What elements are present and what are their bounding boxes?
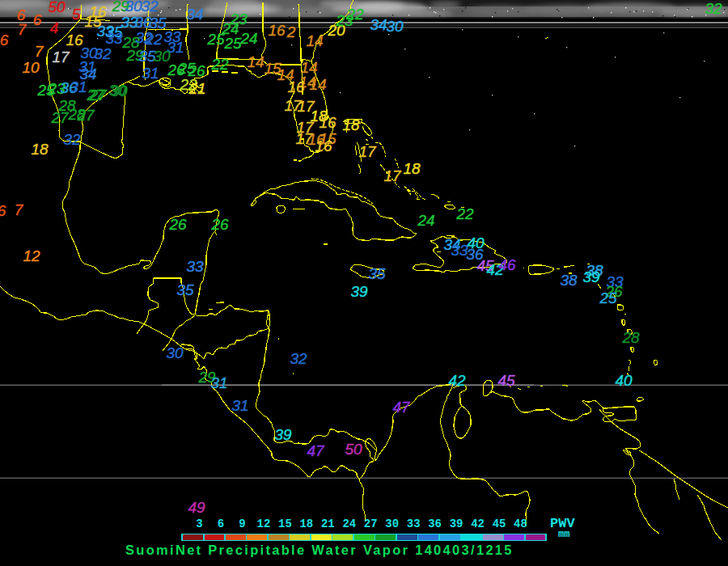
svg-text:27: 27 bbox=[88, 87, 108, 103]
svg-text:35: 35 bbox=[176, 281, 194, 298]
svg-text:2: 2 bbox=[286, 23, 296, 40]
svg-text:27: 27 bbox=[364, 517, 378, 530]
svg-text:18: 18 bbox=[299, 517, 313, 530]
svg-text:16: 16 bbox=[319, 114, 336, 131]
svg-text:48: 48 bbox=[514, 517, 527, 530]
svg-text:50: 50 bbox=[48, 0, 66, 15]
svg-text:25: 25 bbox=[223, 35, 242, 52]
svg-text:31: 31 bbox=[210, 374, 227, 391]
svg-text:6: 6 bbox=[0, 202, 6, 219]
svg-text:30: 30 bbox=[108, 82, 126, 99]
svg-text:14: 14 bbox=[306, 32, 323, 49]
svg-text:12: 12 bbox=[256, 517, 270, 530]
svg-text:47: 47 bbox=[392, 399, 411, 416]
svg-text:39: 39 bbox=[450, 517, 463, 530]
svg-text:33: 33 bbox=[407, 517, 421, 530]
svg-text:26: 26 bbox=[210, 216, 229, 233]
svg-text:22: 22 bbox=[455, 205, 474, 222]
svg-text:35: 35 bbox=[368, 265, 386, 282]
svg-text:32: 32 bbox=[63, 131, 81, 148]
svg-text:30: 30 bbox=[385, 517, 399, 530]
svg-text:12: 12 bbox=[23, 247, 40, 264]
svg-text:32: 32 bbox=[705, 0, 722, 17]
svg-text:32: 32 bbox=[94, 45, 112, 62]
svg-text:24: 24 bbox=[239, 30, 257, 47]
svg-text:42: 42 bbox=[471, 517, 485, 530]
svg-text:10: 10 bbox=[22, 59, 40, 76]
svg-text:47: 47 bbox=[307, 442, 325, 459]
svg-text:45: 45 bbox=[493, 517, 506, 530]
svg-text:22: 22 bbox=[210, 56, 229, 73]
svg-text:25: 25 bbox=[599, 289, 617, 306]
svg-text:33: 33 bbox=[186, 258, 204, 275]
svg-text:22: 22 bbox=[345, 6, 364, 23]
svg-text:16: 16 bbox=[315, 137, 332, 154]
svg-text:4: 4 bbox=[50, 19, 59, 36]
svg-text:27: 27 bbox=[76, 107, 95, 124]
svg-text:15: 15 bbox=[278, 517, 292, 530]
svg-text:17: 17 bbox=[383, 167, 402, 184]
svg-text:21: 21 bbox=[321, 517, 335, 530]
svg-text:mm: mm bbox=[558, 529, 569, 540]
svg-text:42: 42 bbox=[448, 372, 466, 389]
svg-text:30: 30 bbox=[125, 0, 142, 15]
svg-text:14: 14 bbox=[247, 53, 264, 70]
svg-text:3: 3 bbox=[196, 517, 202, 530]
svg-text:26: 26 bbox=[168, 216, 187, 233]
svg-text:39: 39 bbox=[350, 283, 368, 300]
svg-text:18: 18 bbox=[403, 160, 421, 177]
svg-text:7: 7 bbox=[18, 21, 28, 38]
svg-text:16: 16 bbox=[268, 22, 286, 39]
svg-text:27: 27 bbox=[50, 109, 70, 126]
svg-text:5: 5 bbox=[72, 6, 81, 23]
svg-text:28: 28 bbox=[621, 329, 640, 346]
svg-text:24: 24 bbox=[342, 517, 356, 530]
svg-text:SuomiNet Precipitable Water Va: SuomiNet Precipitable Water Vapor 140403… bbox=[125, 543, 514, 557]
svg-text:50: 50 bbox=[345, 441, 362, 458]
svg-text:22: 22 bbox=[144, 31, 163, 48]
svg-text:39: 39 bbox=[582, 268, 600, 285]
svg-text:17: 17 bbox=[358, 143, 377, 160]
svg-text:18: 18 bbox=[31, 141, 49, 158]
svg-text:45: 45 bbox=[497, 372, 515, 389]
svg-text:17: 17 bbox=[52, 49, 70, 65]
svg-text:25: 25 bbox=[206, 31, 225, 48]
svg-text:33: 33 bbox=[105, 30, 123, 47]
svg-text:24: 24 bbox=[417, 212, 434, 229]
svg-text:40: 40 bbox=[615, 372, 633, 389]
svg-text:7: 7 bbox=[35, 43, 44, 60]
svg-text:6: 6 bbox=[0, 32, 9, 49]
svg-text:32: 32 bbox=[290, 350, 307, 367]
svg-text:30: 30 bbox=[386, 18, 404, 35]
svg-text:31: 31 bbox=[142, 65, 159, 82]
svg-text:46: 46 bbox=[498, 256, 516, 273]
svg-text:18: 18 bbox=[342, 116, 360, 133]
svg-text:21: 21 bbox=[188, 80, 205, 97]
svg-text:49: 49 bbox=[188, 499, 205, 516]
svg-text:6: 6 bbox=[218, 517, 224, 530]
svg-text:38: 38 bbox=[560, 272, 578, 289]
svg-text:34: 34 bbox=[370, 16, 387, 33]
svg-text:30: 30 bbox=[166, 344, 184, 361]
svg-text:16: 16 bbox=[287, 78, 305, 95]
svg-text:31: 31 bbox=[231, 397, 248, 414]
svg-text:39: 39 bbox=[274, 426, 292, 443]
svg-text:7: 7 bbox=[15, 201, 24, 218]
svg-text:36: 36 bbox=[428, 517, 442, 530]
svg-text:32: 32 bbox=[141, 0, 159, 15]
svg-text:9: 9 bbox=[239, 517, 245, 530]
svg-text:6: 6 bbox=[33, 11, 42, 28]
svg-text:34: 34 bbox=[186, 6, 203, 23]
svg-text:14: 14 bbox=[309, 76, 326, 93]
